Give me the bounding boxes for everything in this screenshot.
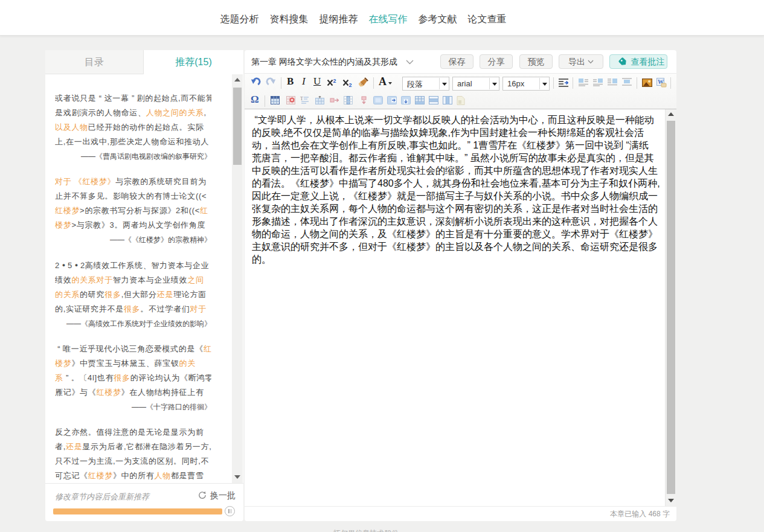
svg-text:T: T <box>300 96 303 101</box>
svg-text:2: 2 <box>349 82 352 88</box>
svg-text:2: 2 <box>333 78 336 84</box>
